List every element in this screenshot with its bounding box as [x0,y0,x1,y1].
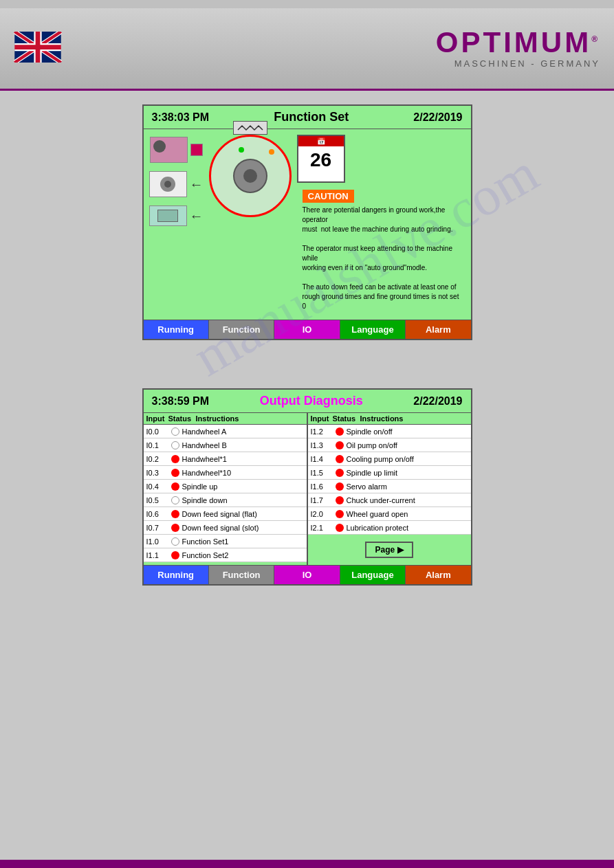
panel1-time: 3:38:03 PM [152,111,210,124]
diag-right-row-5: I1.7 Chuck under-current [308,493,471,507]
logo-tagline: MASCHINEN - GERMANY [454,58,600,69]
nav-function-1[interactable]: Function [209,320,274,339]
panel1-date: 2/22/2019 [413,111,462,124]
function-set-panel: 3:38:03 PM Function Set 2/22/2019 [142,104,472,340]
diag-left-row-4: I0.4 Spindle up [144,480,307,493]
diag-left-headers: Input Status Instructions [144,413,307,425]
diag-right-row-3: I1.5 Spindle up limit [308,466,471,480]
diag-right-row-6: I2.0 Wheel guard open [308,507,471,521]
diag-left-col: Input Status Instructions I0.0 Handwheel… [144,413,307,565]
nav-running-2[interactable]: Running [144,566,209,584]
panel1-nav: Running Function IO Language Alarm [144,320,471,339]
caution-label: CAUTION [303,190,354,203]
panel2-header: 3:38:59 PM Output Diagnosis 2/22/2019 [144,390,471,413]
diag-left-row-3: I0.3 Handwheel*10 [144,466,307,480]
right-header-instr: Instructions [360,414,468,423]
nav-running-1[interactable]: Running [144,320,209,339]
diag-right-row-2: I1.4 Cooling pump on/off [308,452,471,466]
nav-alarm-1[interactable]: Alarm [406,320,470,339]
caution-section: CAUTION There are potential dangers in g… [297,187,465,314]
logo: OPTIMUM® MASCHINEN - GERMANY [436,28,600,69]
left-header-input: Input [146,414,168,423]
machine-middle: ← [149,171,204,197]
machine-dial [149,171,187,197]
diag-left-row-1: I0.1 Handwheel B [144,438,307,452]
flag-icon [14,32,62,65]
panel2-nav: Running Function IO Language Alarm [144,565,471,584]
panel1-title: Function Set [274,110,349,124]
diag-left-row-5: I0.5 Spindle down [144,493,307,507]
machine-icons-left: ← ← [149,135,204,314]
diag-right-row-7: I2.1 Lubrication protect [308,521,471,535]
diag-left-row-8: I1.0 Function Set1 [144,535,307,548]
diag-right-headers: Input Status Instructions [308,413,471,425]
panel1-body: ← ← [144,129,471,320]
diag-left-row-2: I0.2 Handwheel*1 [144,452,307,466]
right-area: 📅 26 CAUTION There are potential dangers… [297,135,465,314]
logo-text: OPTIMUM® [436,28,600,57]
diag-right-row-0: I1.2 Spindle on/off [308,425,471,438]
nav-alarm-2[interactable]: Alarm [406,566,470,584]
bottom-bar [0,860,614,868]
panel1-header: 3:38:03 PM Function Set 2/22/2019 [144,106,471,129]
diag-right-row-1: I1.3 Oil pump on/off [308,438,471,452]
output-diagnosis-panel: 3:38:59 PM Output Diagnosis 2/22/2019 In… [142,388,472,586]
center-area [209,135,292,314]
machine-bottom: ← [149,205,204,226]
left-header-instr: Instructions [196,414,304,423]
right-header-input: Input [311,414,333,423]
calendar-icon: 📅 26 [297,135,345,183]
circle-diagram [209,135,292,217]
diag-left-row-0: I0.0 Handwheel A [144,425,307,438]
machine-pink-small [190,144,203,156]
page-btn-area: Page ▶ [308,535,471,565]
diagnosis-body: Input Status Instructions I0.0 Handwheel… [144,413,471,565]
machine-pink [150,137,188,163]
right-header-status: Status [333,414,360,423]
machine-top [150,137,203,163]
panel2-date: 2/22/2019 [413,395,462,408]
diag-right-col: Input Status Instructions I1.2 Spindle o… [308,413,471,565]
nav-language-2[interactable]: Language [340,566,406,584]
diag-left-row-6: I0.6 Down feed signal (flat) [144,507,307,521]
nav-io-1[interactable]: IO [274,320,340,339]
panel2-title: Output Diagnosis [260,394,363,408]
diag-right-row-4: I1.6 Servo alarm [308,480,471,493]
main-content: 3:38:03 PM Function Set 2/22/2019 [0,91,614,620]
diag-left-row-9: I1.1 Function Set2 [144,548,307,562]
diag-left-row-7: I0.7 Down feed signal (slot) [144,521,307,535]
panel2-time: 3:38:59 PM [152,395,210,408]
nav-function-2[interactable]: Function [209,566,274,584]
header: OPTIMUM® MASCHINEN - GERMANY [0,8,614,91]
machine-teal [149,205,187,226]
page-button[interactable]: Page ▶ [365,542,413,558]
caution-text: There are potential dangers in ground wo… [303,205,460,311]
nav-io-2[interactable]: IO [274,566,340,584]
left-header-status: Status [168,414,196,423]
nav-language-1[interactable]: Language [340,320,406,339]
